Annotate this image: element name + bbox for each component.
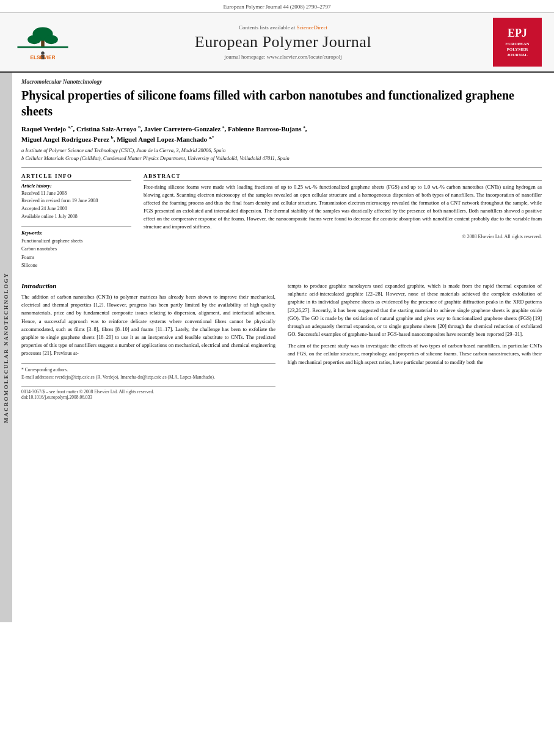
elsevier-logo-area: ELSEVIER: [6, 24, 79, 60]
sciencedirect-link[interactable]: ScienceDirect: [297, 24, 327, 31]
footnotes: * Corresponding authors. E-mail addresse…: [21, 363, 275, 381]
section-label: Macromolecular Nanotechnology: [21, 79, 542, 85]
body-left-col: Introduction The addition of carbon nano…: [21, 282, 275, 400]
article-history-label: Article history:: [21, 183, 131, 189]
abstract-title: ABSTRACT: [144, 173, 542, 181]
bottom-footer: 0014-3057/$ – see front matter © 2008 El…: [21, 386, 275, 400]
intro-para3: The aim of the present study was to inve…: [288, 342, 542, 366]
article-title: Physical properties of silicone foams fi…: [21, 87, 542, 119]
received-date: Received 11 June 2008: [21, 190, 131, 198]
article-info-col: ARTICLE INFO Article history: Received 1…: [21, 173, 131, 275]
keywords-block: Keywords: Functionalized graphene sheets…: [21, 230, 131, 270]
journal-badge: EPJ EUROPEANPOLYMERJOURNAL: [493, 18, 542, 67]
content-area: Macromolecular Nanotechnology Physical p…: [12, 73, 554, 622]
keyword-3: Foams: [21, 253, 131, 262]
affiliations: a Institute of Polymer Science and Techn…: [21, 147, 542, 162]
article-history-block: Article history: Received 11 June 2008 R…: [21, 183, 131, 221]
copyright-line: © 2008 Elsevier Ltd. All rights reserved…: [144, 234, 542, 239]
svg-point-4: [45, 35, 58, 44]
keywords-label: Keywords:: [21, 230, 131, 236]
article-info-title: ARTICLE INFO: [21, 173, 131, 181]
intro-para1: The addition of carbon nanotubes (CNTs) …: [21, 293, 275, 357]
svg-text:ELSEVIER: ELSEVIER: [30, 54, 55, 60]
svg-point-3: [27, 35, 41, 44]
keyword-2: Carbon nanotubes: [21, 245, 131, 253]
available-date: Available online 1 July 2008: [21, 213, 131, 221]
authors: Raquel Verdejo a,*, Cristina Saiz-Arroyo…: [21, 124, 542, 144]
divider-keywords: [21, 226, 131, 227]
body-section: Introduction The addition of carbon nano…: [21, 282, 542, 400]
journal-badge-area: EPJ EUROPEANPOLYMERJOURNAL: [487, 18, 548, 67]
introduction-heading: Introduction: [21, 282, 275, 289]
info-abstract-section: ARTICLE INFO Article history: Received 1…: [21, 173, 542, 275]
issn-line: 0014-3057/$ – see front matter © 2008 El…: [21, 389, 275, 394]
affil-a: a Institute of Polymer Science and Techn…: [21, 147, 542, 154]
journal-title-area: Contents lists available at ScienceDirec…: [79, 24, 487, 60]
svg-rect-0: [17, 46, 68, 48]
journal-header: ELSEVIER Contents lists available at Sci…: [0, 13, 554, 73]
badge-letters: EPJ: [508, 26, 527, 40]
journal-homepage: journal homepage: www.elsevier.com/locat…: [79, 54, 487, 60]
main-wrapper: MACROMOLECULAR NANOTECHNOLOGY Macromolec…: [0, 73, 554, 622]
badge-name: EUROPEANPOLYMERJOURNAL: [505, 42, 529, 58]
accepted-date: Accepted 24 June 2008: [21, 205, 131, 213]
divider-1: [21, 167, 542, 168]
revised-date: Received in revised form 19 June 2008: [21, 197, 131, 205]
abstract-text: Free-rising silicone foams were made wit…: [144, 183, 542, 231]
elsevier-logo-icon: ELSEVIER: [12, 24, 73, 60]
journal-title: European Polymer Journal: [79, 33, 487, 51]
keyword-1: Functionalized graphene sheets: [21, 237, 131, 245]
doi-line: doi:10.1016/j.europolymj.2008.06.033: [21, 394, 275, 400]
corresponding-note: * Corresponding authors.: [21, 366, 275, 374]
affil-b: b Cellular Materials Group (CellMat), Co…: [21, 154, 542, 162]
journal-reference: European Polymer Journal 44 (2008) 2790–…: [0, 0, 554, 13]
side-tab-label: MACROMOLECULAR NANOTECHNOLOGY: [3, 272, 9, 423]
keyword-4: Silicone: [21, 261, 131, 270]
body-right-col: tempts to produce graphite nanolayers us…: [288, 282, 542, 400]
intro-para2: tempts to produce graphite nanolayers us…: [288, 282, 542, 338]
contents-available-line: Contents lists available at ScienceDirec…: [79, 24, 487, 31]
email-note: E-mail addresses: rverdejo@ictp.csic.es …: [21, 374, 275, 381]
abstract-col: ABSTRACT Free-rising silicone foams were…: [144, 173, 542, 275]
side-tab: MACROMOLECULAR NANOTECHNOLOGY: [0, 73, 12, 622]
